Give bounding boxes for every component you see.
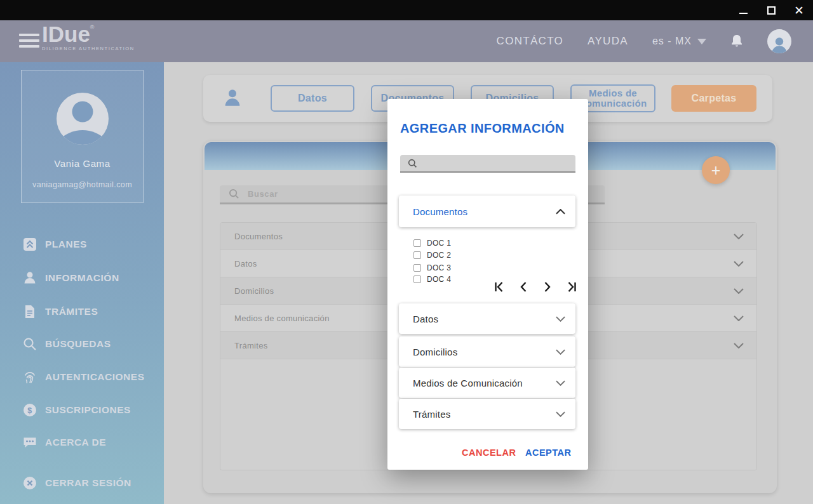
minimize-icon (739, 13, 748, 14)
chevron-down-icon (556, 349, 565, 355)
search-icon (408, 159, 417, 168)
chevron-down-icon[interactable] (734, 234, 744, 239)
search-placeholder: Buscar (248, 189, 278, 199)
first-page-button[interactable] (494, 282, 504, 292)
accordion-label: Datos (413, 314, 438, 324)
search-icon (229, 189, 239, 199)
chevron-down-icon (556, 316, 565, 322)
chevron-down-icon (556, 411, 565, 417)
accordion-domicilios[interactable]: Domicilios (399, 336, 575, 367)
tab-datos[interactable]: Datos (271, 85, 354, 112)
accordion-label: Documentos (413, 206, 467, 217)
sidebar-item-acerca-de[interactable]: ACERCA DE (23, 435, 106, 450)
sidebar-item-label: INFORMACIÓN (45, 272, 119, 284)
checkbox-label: DOC 1 (427, 239, 451, 248)
add-button[interactable]: + (702, 156, 730, 184)
language-label: es - MX (652, 36, 692, 47)
sidebar-item-label: CERRAR SESIÓN (45, 477, 131, 489)
sidebar: Vania Gama vaniagamag@hotmail.com PLANES… (0, 62, 164, 504)
accordion-documentos[interactable]: Documentos (399, 196, 575, 227)
sidebar-item-tramites[interactable]: TRÁMITES (23, 304, 98, 319)
document-icon (23, 305, 37, 319)
logo-subtitle: DILIGENCE AUTHENTICATION (42, 46, 135, 51)
person-icon (23, 271, 37, 285)
titlebar: ✕ (0, 0, 813, 20)
close-button[interactable]: ✕ (785, 0, 813, 20)
close-icon: ✕ (794, 4, 804, 17)
dialog-title: AGREGAR INFORMACIÓN (400, 121, 565, 136)
accordion-label: Domicilios (413, 347, 457, 357)
row-label: Datos (234, 259, 257, 269)
contact-link[interactable]: CONTÁCTO (497, 35, 563, 48)
row-label: Domicilios (234, 286, 274, 296)
maximize-icon (767, 6, 776, 15)
dialog-search-field[interactable] (400, 155, 575, 173)
row-label: Documentos (234, 232, 283, 241)
accordion-tramites[interactable]: Trámites (399, 399, 575, 429)
accordion-label: Medios de Comunicación (413, 378, 523, 388)
profile-name: Vania Gama (22, 158, 143, 169)
row-label: Trámites (234, 341, 267, 350)
chevron-up-icon (556, 209, 565, 215)
sidebar-item-planes[interactable]: PLANES (23, 237, 87, 252)
sidebar-item-informacion[interactable]: INFORMACIÓN (23, 270, 119, 286)
checkbox-row-doc3: DOC 3 (413, 263, 451, 272)
chevron-down-icon (556, 380, 565, 386)
accordion-datos[interactable]: Datos (399, 303, 575, 334)
dollar-icon: $ (23, 403, 37, 417)
sidebar-item-label: TRÁMITES (45, 306, 98, 317)
sidebar-item-cerrar-sesion[interactable]: CERRAR SESIÓN (23, 475, 131, 491)
previous-page-button[interactable] (520, 282, 527, 292)
user-avatar[interactable] (767, 29, 791, 53)
next-page-button[interactable] (544, 282, 551, 292)
sidebar-item-label: ACERCA DE (45, 437, 106, 448)
chevron-down-icon[interactable] (734, 343, 744, 348)
cancel-button[interactable]: CANCELAR (462, 448, 516, 458)
search-icon (23, 337, 37, 351)
chat-icon (23, 435, 37, 449)
chevron-down-icon[interactable] (734, 315, 744, 321)
help-link[interactable]: AYUDA (588, 35, 628, 48)
row-label: Medios de comunicación (234, 314, 330, 323)
accept-button[interactable]: ACEPTAR (525, 448, 572, 458)
caret-down-icon (697, 39, 706, 44)
chevron-down-icon[interactable] (734, 261, 744, 267)
sidebar-item-label: SUSCRIPCIONES (45, 404, 131, 416)
checkbox-label: DOC 4 (427, 275, 451, 284)
sidebar-item-label: AUTENTICACIONES (45, 371, 144, 383)
profile-email: vaniagamag@hotmail.com (22, 180, 143, 189)
profile-card: Vania Gama vaniagamag@hotmail.com (21, 70, 144, 203)
doc3-checkbox[interactable] (413, 264, 421, 272)
sidebar-item-autenticaciones[interactable]: AUTENTICACIONES (23, 369, 144, 385)
checkbox-row-doc2: DOC 2 (413, 251, 451, 260)
doc1-checkbox[interactable] (413, 239, 421, 247)
sidebar-item-suscripciones[interactable]: $ SUSCRIPCIONES (23, 402, 131, 418)
doc2-checkbox[interactable] (413, 251, 421, 259)
logout-icon (23, 476, 37, 490)
logo-title: IDue (42, 22, 90, 46)
agregar-informacion-dialog: AGREGAR INFORMACIÓN Documentos DOC 1 DOC… (387, 99, 588, 470)
checkbox-label: DOC 3 (427, 263, 451, 272)
doc4-checkbox[interactable] (413, 275, 421, 283)
notifications-bell-icon[interactable] (730, 34, 743, 48)
checkbox-row-doc4: DOC 4 (413, 275, 451, 284)
hamburger-menu-icon[interactable] (19, 31, 39, 50)
chevron-down-icon[interactable] (734, 288, 744, 294)
language-selector[interactable]: es - MX (652, 36, 706, 47)
last-page-button[interactable] (567, 282, 577, 292)
fingerprint-icon (23, 370, 37, 384)
tab-carpetas[interactable]: Carpetas (671, 85, 756, 112)
dialog-search-input[interactable] (424, 156, 570, 171)
registered-mark: ® (90, 24, 95, 30)
checkbox-row-doc1: DOC 1 (413, 239, 451, 248)
svg-text:$: $ (27, 406, 32, 415)
maximize-button[interactable] (757, 0, 785, 20)
plans-icon (23, 237, 37, 251)
sidebar-item-busquedas[interactable]: BÚSQUEDAS (23, 336, 111, 352)
minimize-button[interactable] (729, 0, 757, 20)
app-logo: IDue® DILIGENCE AUTHENTICATION (42, 23, 135, 51)
profile-avatar (22, 92, 143, 148)
checkbox-label: DOC 2 (427, 251, 451, 260)
accordion-medios[interactable]: Medios de Comunicación (399, 368, 575, 398)
sidebar-item-label: BÚSQUEDAS (45, 338, 111, 350)
